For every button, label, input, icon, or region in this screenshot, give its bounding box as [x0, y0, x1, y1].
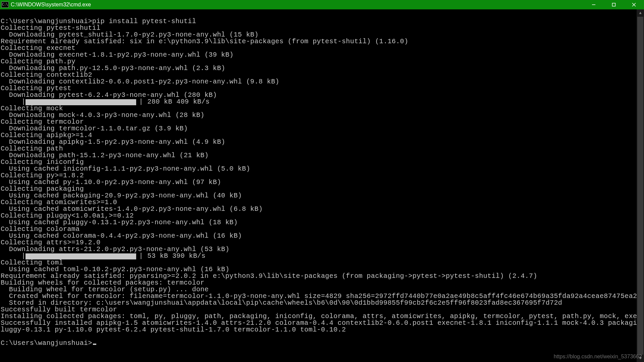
- output-line: Collecting path.py: [1, 58, 643, 65]
- output-line: Collecting termcolor: [1, 119, 643, 125]
- svg-rect-1: [612, 3, 615, 6]
- progress-bar-fill: [25, 99, 136, 105]
- output-line: Collecting apipkg>=1.4: [1, 132, 643, 139]
- minimize-button[interactable]: [584, 0, 604, 9]
- output-line: Stored in directory: c:\users\wangjunshu…: [1, 300, 643, 306]
- output-line: Downloading contextlib2-0.6.0.post1-py2.…: [1, 78, 643, 85]
- output-line: Collecting attrs>=19.2.0: [1, 239, 643, 246]
- output-line: Collecting pluggy<1.0.0a1,>=0.12: [1, 213, 643, 219]
- output-line: Using cached toml-0.10.2-py2.py3-none-an…: [1, 266, 643, 273]
- output-line: Using cached py-1.10.0-py2.py3-none-any.…: [1, 179, 643, 186]
- output-line: Using cached iniconfig-1.1.1-py2.py3-non…: [1, 166, 643, 172]
- output-line: Collecting atomicwrites>=1.0: [1, 199, 643, 206]
- output-line: Downloading mock-4.0.3-py3-none-any.whl …: [1, 112, 643, 119]
- progress-bar-attrs: || 53 kB 390 kB/s: [1, 253, 643, 259]
- output-line: Created wheel for termcolor: filename=te…: [1, 293, 643, 300]
- cmd-window: C:\ C:\WINDOWS\system32\cmd.exe C:\Users…: [0, 0, 644, 362]
- output-line: Collecting py>=1.8.2: [1, 172, 643, 179]
- scroll-track[interactable]: [637, 17, 644, 355]
- output-line: Collecting iniconfig: [1, 159, 643, 166]
- close-button[interactable]: [624, 0, 644, 9]
- output-line: Installing collected packages: toml, py,…: [1, 313, 643, 320]
- output-line: Building wheel for termcolor (setup.py) …: [1, 286, 643, 293]
- output-line: Downloading path-15.1.2-py3-none-any.whl…: [1, 152, 643, 159]
- output-line: Downloading execnet-1.8.1-py2.py3-none-a…: [1, 52, 643, 58]
- progress-prefix: |: [1, 99, 25, 105]
- output-line: Successfully installed apipkg-1.5 atomic…: [1, 320, 643, 326]
- output-line: Successfully built termcolor: [1, 306, 643, 313]
- output-line: Using cached pluggy-0.13.1-py2.py3-none-…: [1, 219, 643, 226]
- terminal-output[interactable]: C:\Users\wangjunshuai>pip install pytest…: [0, 9, 644, 347]
- output-line: Downloading path.py-12.5.0-py3-none-any.…: [1, 65, 643, 72]
- prompt-line: C:\Users\wangjunshuai>pip install pytest…: [1, 18, 643, 25]
- output-line: Collecting packaging: [1, 186, 643, 192]
- cursor: [93, 344, 96, 345]
- output-line: Collecting pytest: [1, 85, 643, 92]
- output-line: Downloading apipkg-1.5-py2.py3-none-any.…: [1, 139, 643, 145]
- output-line: Downloading pytest-6.2.4-py3-none-any.wh…: [1, 92, 643, 99]
- output-line: Using cached atomicwrites-1.4.0-py2.py3-…: [1, 206, 643, 213]
- progress-text: | 280 kB 409 kB/s: [139, 99, 210, 105]
- scroll-thumb[interactable]: [637, 17, 643, 355]
- output-line: Collecting toml: [1, 259, 643, 266]
- maximize-button[interactable]: [604, 0, 624, 9]
- titlebar[interactable]: C:\ C:\WINDOWS\system32\cmd.exe: [0, 0, 644, 9]
- output-line: Collecting path: [1, 145, 643, 152]
- watermark-text: https://blog.csdn.net/weixin_5373662: [554, 353, 642, 360]
- output-line: Using cached colorama-0.4.4-py2.py3-none…: [1, 233, 643, 239]
- blank-line: [1, 11, 643, 18]
- output-line: Collecting execnet: [1, 45, 643, 52]
- progress-bar-fill: [25, 253, 136, 259]
- progress-bar-pytest: || 280 kB 409 kB/s: [1, 99, 643, 105]
- vertical-scrollbar[interactable]: ▲ ▼: [637, 9, 644, 362]
- output-line: Collecting pytest-shutil: [1, 25, 643, 32]
- prompt-line[interactable]: C:\Users\wangjunshuai>: [1, 340, 643, 347]
- output-line: Downloading attrs-21.2.0-py2.py3-none-an…: [1, 246, 643, 253]
- scroll-up-icon[interactable]: ▲: [637, 9, 644, 17]
- progress-text: | 53 kB 390 kB/s: [139, 253, 205, 259]
- output-line: Requirement already satisfied: pyparsing…: [1, 273, 643, 280]
- output-line: Collecting contextlib2: [1, 72, 643, 78]
- output-line: Collecting colorama: [1, 226, 643, 233]
- output-line: Using cached packaging-20.9-py2.py3-none…: [1, 192, 643, 199]
- output-line: Downloading termcolor-1.1.0.tar.gz (3.9 …: [1, 125, 643, 132]
- app-icon: C:\: [1, 2, 9, 8]
- window-title: C:\WINDOWS\system32\cmd.exe: [11, 1, 91, 8]
- output-line: Building wheels for collected packages: …: [1, 280, 643, 286]
- blank-line: [1, 333, 643, 340]
- output-line: Requirement already satisfied: six in e:…: [1, 38, 643, 45]
- output-line: luggy-0.13.1 py-1.10.0 pytest-6.2.4 pyte…: [1, 326, 643, 333]
- output-line: Collecting mock: [1, 105, 643, 112]
- output-line: Downloading pytest_shutil-1.7.0-py2.py3-…: [1, 32, 643, 38]
- progress-prefix: |: [1, 253, 25, 259]
